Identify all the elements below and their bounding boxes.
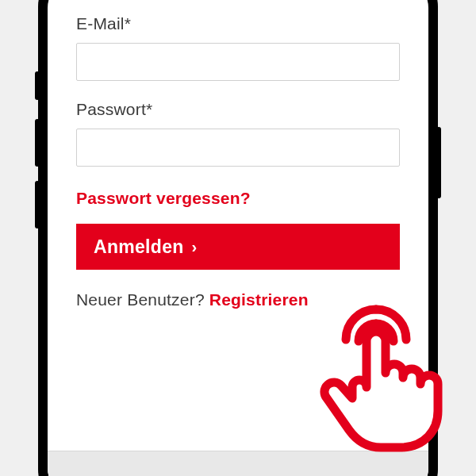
login-form: E-Mail* Passwort* Passwort vergessen? An… (48, 0, 428, 309)
register-row: Neuer Benutzer? Registrieren (76, 290, 400, 309)
email-label: E-Mail* (76, 14, 400, 33)
chevron-right-icon: › (192, 238, 198, 256)
footer-bar (48, 451, 428, 476)
password-input[interactable] (76, 129, 400, 167)
phone-frame: E-Mail* Passwort* Passwort vergessen? An… (38, 0, 438, 476)
email-input[interactable] (76, 43, 400, 81)
phone-screen: E-Mail* Passwort* Passwort vergessen? An… (48, 0, 428, 476)
login-button[interactable]: Anmelden › (76, 224, 400, 270)
new-user-text: Neuer Benutzer? (76, 290, 209, 309)
email-field-group: E-Mail* (76, 14, 400, 81)
password-label: Passwort* (76, 100, 400, 119)
login-button-label: Anmelden (94, 236, 184, 258)
forgot-password-link[interactable]: Passwort vergessen? (76, 189, 400, 208)
password-field-group: Passwort* (76, 100, 400, 167)
register-link[interactable]: Registrieren (209, 290, 309, 309)
